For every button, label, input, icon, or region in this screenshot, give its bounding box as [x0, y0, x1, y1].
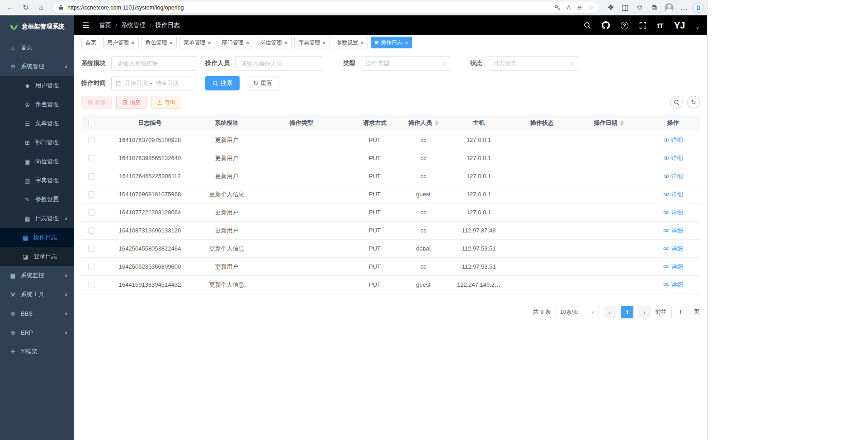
sidebar-menu-item[interactable]: ▤ 日志管理 ∧ [0, 209, 74, 228]
prev-page-button[interactable]: ‹ [604, 306, 616, 318]
detail-link[interactable]: 详细 [663, 190, 683, 199]
browser-refresh-button[interactable]: ↻ [19, 1, 33, 14]
clear-button[interactable]: 清空 [116, 96, 146, 109]
close-icon[interactable]: × [208, 40, 211, 46]
sidebar-menu-item[interactable]: ▦ 系统监控 ∨ [0, 266, 74, 285]
toggle-search-button[interactable] [670, 96, 683, 109]
more-menu-icon[interactable]: … [677, 1, 691, 14]
page-size-select[interactable]: 10条/页 ∨ [556, 306, 599, 318]
sidebar-menu-item[interactable]: ☻ 用户管理 [0, 76, 74, 95]
sidebar-toggle-icon[interactable]: ☰ [82, 21, 89, 30]
tab[interactable]: 角色管理 × [142, 37, 177, 48]
chevron-down-icon[interactable]: ∨ [696, 26, 699, 30]
sort-desc-icon[interactable] [435, 123, 439, 126]
reset-button[interactable]: ↻ 重置 [246, 76, 279, 90]
tab[interactable]: 字典管理 × [294, 37, 330, 48]
detail-link[interactable]: 详细 [663, 245, 683, 253]
sidebar-menu-item[interactable]: ✎ 参数设置 [0, 190, 74, 209]
close-icon[interactable]: × [246, 40, 250, 46]
help-icon[interactable]: ? [621, 22, 628, 29]
sidebar-menu-item[interactable]: ✈ Yi框架 [0, 342, 74, 361]
row-checkbox[interactable] [88, 155, 94, 161]
zoom-out-icon[interactable]: ⊖ [577, 4, 582, 11]
tab[interactable]: 参数设置 × [333, 37, 368, 48]
sort-asc-icon[interactable] [435, 120, 439, 123]
browser-home-button[interactable]: ⌂ [34, 1, 48, 14]
sidebar-menu-item[interactable]: ⊞ 部门管理 [0, 133, 74, 152]
row-checkbox[interactable] [88, 282, 94, 288]
close-icon[interactable]: × [322, 40, 326, 46]
favorites-bar-icon[interactable]: ✩ [633, 1, 646, 14]
fullscreen-icon[interactable] [639, 22, 646, 29]
close-icon[interactable]: × [131, 40, 135, 46]
row-checkbox[interactable] [88, 227, 94, 234]
browser-back-button[interactable]: ← [4, 1, 17, 14]
sort-icons[interactable] [620, 120, 624, 126]
sort-asc-icon[interactable] [620, 120, 624, 123]
row-checkbox[interactable] [88, 246, 94, 252]
sidebar-menu-item[interactable]: ▣ 岗位管理 [0, 152, 74, 171]
row-checkbox[interactable] [88, 264, 94, 270]
sidebar-menu-item[interactable]: ☰ 菜单管理 [0, 114, 74, 133]
sidebar-menu-item[interactable]: ▥ 字典管理 [0, 171, 74, 190]
sort-desc-icon[interactable] [620, 123, 624, 126]
detail-link[interactable]: 详细 [663, 154, 683, 162]
refresh-table-button[interactable]: ↻ [687, 96, 700, 109]
sidebar-menu-item[interactable]: ⚙ 系统管理 ∧ [0, 57, 74, 76]
detail-link[interactable]: 详细 [663, 208, 683, 217]
user-logo[interactable]: YJ [674, 20, 685, 31]
favorite-star-icon[interactable]: ☆ [588, 4, 594, 11]
date-range-picker[interactable]: 开始日期 - 结束日期 [111, 76, 197, 90]
select-all-checkbox[interactable] [88, 120, 94, 126]
delete-button[interactable]: 删除 [81, 96, 112, 109]
address-bar[interactable]: https://ccnetcore.com:1101/system/log/op… [52, 2, 599, 14]
sidebar-menu-item[interactable]: ◪ 登录日志 [0, 247, 74, 266]
collections-icon[interactable]: ⧉ [647, 1, 661, 14]
detail-link[interactable]: 详细 [663, 172, 683, 180]
detail-link[interactable]: 详细 [663, 227, 683, 235]
github-icon[interactable] [602, 21, 610, 29]
next-page-button[interactable]: › [638, 306, 651, 318]
read-aloud-icon[interactable]: A [567, 4, 571, 11]
export-button[interactable]: 导出 [151, 96, 181, 109]
search-icon[interactable] [584, 22, 591, 29]
close-icon[interactable]: × [361, 40, 364, 46]
close-icon[interactable]: × [170, 40, 173, 46]
close-icon[interactable]: × [405, 40, 408, 46]
tab[interactable]: 操作日志 × [371, 37, 412, 48]
breadcrumb-system[interactable]: 系统管理 [121, 21, 146, 29]
split-screen-icon[interactable]: ◫ [618, 1, 632, 14]
sidebar-menu-item[interactable]: ⊕ BBS ∨ [0, 304, 74, 323]
close-icon[interactable]: × [284, 40, 288, 46]
tab[interactable]: 岗位管理 × [256, 37, 292, 48]
tab[interactable]: 用户管理 × [103, 37, 139, 48]
module-filter-input[interactable] [111, 56, 197, 71]
detail-link[interactable]: 详细 [663, 281, 683, 289]
tab[interactable]: 菜单管理 × [179, 37, 215, 48]
sidebar-menu-item[interactable]: ⊕ ERP ∨ [0, 323, 74, 342]
detail-link[interactable]: 详细 [663, 136, 683, 144]
column-date[interactable]: 操作日期 [571, 119, 646, 127]
column-operator[interactable]: 操作人员 [402, 119, 445, 127]
sort-icons[interactable] [435, 120, 439, 126]
tab[interactable]: 部门管理 × [218, 37, 254, 48]
password-key-icon[interactable] [554, 5, 561, 11]
type-filter-select[interactable]: 操作类型 ∨ [361, 56, 451, 71]
sidebar-menu-item[interactable]: ♔ 角色管理 [0, 95, 74, 114]
font-size-icon[interactable]: tT [657, 22, 663, 29]
status-filter-select[interactable]: 日志状态 ∨ [488, 56, 578, 71]
sidebar-menu-item[interactable]: ⚒ 系统工具 ∨ [0, 285, 74, 304]
row-checkbox[interactable] [88, 191, 94, 198]
sidebar-menu-item[interactable]: ⌂ 首页 [0, 38, 74, 57]
page-number-button[interactable]: 1 [621, 306, 633, 318]
copilot-icon[interactable]: b [693, 3, 703, 13]
row-checkbox[interactable] [88, 137, 94, 143]
operator-filter-input[interactable] [235, 56, 323, 71]
breadcrumb-home[interactable]: 首页 [99, 21, 111, 29]
row-checkbox[interactable] [88, 209, 94, 216]
detail-link[interactable]: 详细 [663, 263, 683, 271]
goto-page-input[interactable] [671, 306, 689, 318]
tab[interactable]: 首页 [81, 37, 100, 48]
extensions-icon[interactable]: ❖ [604, 1, 618, 14]
sidebar-menu-item[interactable]: ▤ 操作日志 [0, 228, 74, 247]
